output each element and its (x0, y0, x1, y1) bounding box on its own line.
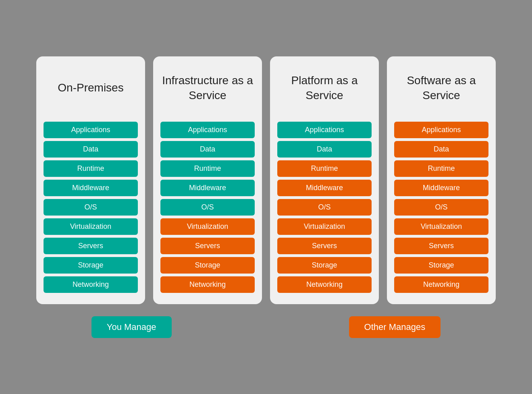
item-paas-0: Applications (277, 122, 372, 138)
item-paas-7: Storage (277, 257, 372, 274)
item-paas-3: Middleware (277, 180, 372, 196)
item-iaas-4: O/S (160, 199, 255, 216)
item-iaas-0: Applications (160, 122, 255, 138)
item-saas-0: Applications (394, 122, 488, 138)
item-paas-1: Data (277, 141, 372, 158)
you-manage-badge: You Manage (91, 316, 172, 338)
column-saas: Software as a ServiceApplicationsDataRun… (387, 56, 496, 304)
legend-row: You Manage Other Manages (91, 316, 441, 338)
item-iaas-2: Runtime (160, 160, 255, 177)
item-on-premises-3: Middleware (44, 180, 138, 196)
column-title-iaas: Infrastructure as a Service (160, 66, 255, 110)
item-saas-2: Runtime (394, 160, 488, 177)
items-list-on-premises: ApplicationsDataRuntimeMiddlewareO/SVirt… (44, 122, 138, 293)
item-on-premises-8: Networking (44, 276, 138, 293)
column-title-on-premises: On-Premises (58, 66, 123, 110)
item-saas-8: Networking (394, 276, 488, 293)
item-on-premises-6: Servers (44, 238, 138, 254)
item-on-premises-7: Storage (44, 257, 138, 274)
item-paas-6: Servers (277, 238, 372, 254)
item-paas-2: Runtime (277, 160, 372, 177)
item-iaas-8: Networking (160, 276, 255, 293)
item-saas-4: O/S (394, 199, 488, 216)
item-saas-6: Servers (394, 238, 488, 254)
item-paas-5: Virtualization (277, 218, 372, 235)
column-title-saas: Software as a Service (394, 66, 488, 110)
column-iaas: Infrastructure as a ServiceApplicationsD… (153, 56, 262, 304)
item-paas-4: O/S (277, 199, 372, 216)
item-on-premises-2: Runtime (44, 160, 138, 177)
item-iaas-7: Storage (160, 257, 255, 274)
items-list-saas: ApplicationsDataRuntimeMiddlewareO/SVirt… (394, 122, 488, 293)
item-iaas-1: Data (160, 141, 255, 158)
column-on-premises: On-PremisesApplicationsDataRuntimeMiddle… (36, 56, 145, 304)
item-on-premises-5: Virtualization (44, 218, 138, 235)
item-iaas-3: Middleware (160, 180, 255, 196)
item-on-premises-0: Applications (44, 122, 138, 138)
item-paas-8: Networking (277, 276, 372, 293)
items-list-iaas: ApplicationsDataRuntimeMiddlewareO/SVirt… (160, 122, 255, 293)
item-saas-5: Virtualization (394, 218, 488, 235)
item-saas-3: Middleware (394, 180, 488, 196)
item-iaas-5: Virtualization (160, 218, 255, 235)
column-paas: Platform as a ServiceApplicationsDataRun… (270, 56, 379, 304)
items-list-paas: ApplicationsDataRuntimeMiddlewareO/SVirt… (277, 122, 372, 293)
other-manages-badge: Other Manages (349, 316, 441, 338)
columns-row: On-PremisesApplicationsDataRuntimeMiddle… (24, 56, 508, 304)
item-saas-7: Storage (394, 257, 488, 274)
item-saas-1: Data (394, 141, 488, 158)
item-on-premises-4: O/S (44, 199, 138, 216)
item-on-premises-1: Data (44, 141, 138, 158)
column-title-paas: Platform as a Service (277, 66, 372, 110)
item-iaas-6: Servers (160, 238, 255, 254)
main-container: On-PremisesApplicationsDataRuntimeMiddle… (24, 56, 508, 338)
